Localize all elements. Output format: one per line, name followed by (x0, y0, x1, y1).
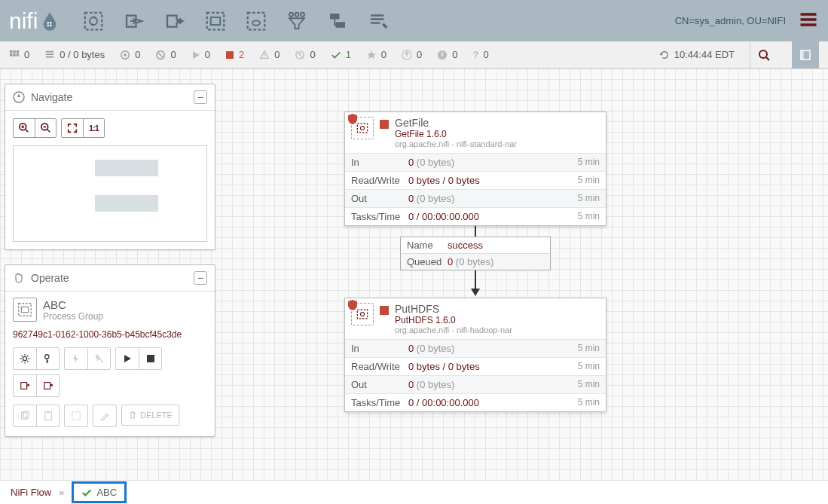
svg-rect-41 (47, 411, 50, 414)
svg-rect-13 (10, 50, 13, 53)
svg-rect-22 (226, 51, 234, 59)
svg-rect-2 (47, 24, 49, 26)
svg-point-34 (44, 355, 48, 359)
bulletin-board-button[interactable] (792, 41, 819, 69)
compass-icon (13, 91, 25, 103)
operate-collapse-button[interactable]: − (194, 271, 207, 285)
zoom-out-button[interactable] (35, 119, 56, 137)
svg-rect-6 (211, 17, 221, 25)
svg-rect-32 (21, 307, 28, 312)
svg-rect-15 (17, 50, 20, 53)
delete-button: DELETE (121, 405, 179, 426)
processor-icon (351, 117, 374, 139)
svg-rect-36 (21, 383, 27, 389)
svg-rect-12 (336, 22, 346, 28)
add-process-group-icon[interactable] (203, 9, 228, 33)
create-template-button[interactable] (14, 375, 36, 396)
processor-version: PutHDFS 1.6.0 (395, 315, 600, 325)
svg-point-9 (295, 12, 299, 16)
copy-button (14, 405, 36, 426)
arrow-head-icon (471, 289, 480, 296)
svg-rect-4 (85, 12, 102, 29)
operate-panel: Operate − ABC Process Group 962749c1-016… (5, 264, 215, 437)
status-locally-modified: 0 (366, 49, 387, 60)
svg-rect-37 (44, 383, 50, 389)
breadcrumb-current[interactable]: ABC (72, 481, 127, 503)
status-disabled: 0 (295, 49, 315, 60)
add-processor-icon[interactable] (81, 9, 105, 33)
current-user: CN=sys_admin, OU=NIFI (675, 15, 786, 26)
connection-line-2 (475, 269, 476, 289)
processor-nar: org.apache.nifi - nifi-hadoop-nar (395, 325, 600, 334)
search-button[interactable] (750, 41, 777, 69)
navigate-collapse-button[interactable]: − (194, 90, 207, 104)
svg-rect-31 (19, 304, 32, 316)
status-up-to-date: 1 (331, 49, 351, 60)
svg-rect-42 (72, 412, 81, 420)
svg-rect-18 (17, 53, 20, 57)
svg-rect-3 (50, 24, 51, 26)
processor-getfile[interactable]: GetFile GetFile 1.6.0 org.apache.nifi - … (344, 111, 606, 226)
status-not-transmitting: 0 (155, 49, 176, 60)
stopped-state-icon (380, 306, 389, 315)
operate-component-uuid: 962749c1-0162-1000-36b5-b45bcf45c3de (13, 329, 207, 340)
svg-point-8 (289, 12, 293, 16)
add-funnel-icon[interactable] (285, 9, 309, 33)
add-input-port-icon[interactable] (122, 9, 146, 33)
add-remote-group-icon[interactable] (244, 9, 268, 33)
svg-rect-0 (47, 22, 49, 23)
start-button[interactable] (116, 348, 139, 369)
check-icon (81, 487, 92, 498)
processor-puthdfs[interactable]: PutHDFS PutHDFS 1.6.0 org.apache.nifi - … (344, 298, 606, 412)
nifi-logo: nifi (9, 8, 60, 34)
processor-icon (351, 303, 374, 325)
svg-rect-14 (13, 50, 16, 53)
hand-icon (13, 272, 25, 284)
zoom-in-button[interactable] (14, 119, 35, 137)
status-refresh-time: 10:44:44 EDT (659, 49, 735, 60)
processor-version: GetFile 1.6.0 (395, 129, 600, 139)
zoom-fit-button[interactable] (62, 119, 83, 137)
status-bar: 0 0 / 0 bytes 0 0 0 2 0 0 1 0 0 0 ?0 10:… (0, 41, 828, 69)
status-bulletin: 0 (437, 49, 457, 60)
connection-box[interactable]: Namesuccess Queued0 (0 bytes) (400, 237, 551, 270)
svg-point-33 (23, 356, 26, 360)
status-stale: 0 (402, 49, 422, 60)
birdseye-viewport[interactable] (13, 145, 207, 242)
svg-point-10 (301, 12, 304, 16)
add-template-icon[interactable] (325, 9, 350, 33)
policies-button[interactable] (36, 348, 59, 369)
group-button (65, 405, 87, 426)
status-running: 0 (191, 49, 210, 60)
svg-rect-11 (330, 14, 340, 20)
status-transmitting: 0 (120, 49, 140, 60)
upload-template-button[interactable] (36, 375, 59, 396)
add-output-port-icon[interactable] (163, 9, 187, 33)
svg-rect-5 (207, 12, 225, 29)
svg-rect-44 (357, 310, 367, 319)
navigate-panel: Navigate − 1:1 (5, 84, 215, 250)
svg-point-20 (124, 53, 127, 57)
paste-button (36, 405, 59, 426)
stopped-state-icon (380, 120, 389, 129)
status-threads: 0 (9, 49, 29, 60)
color-button (93, 405, 116, 426)
global-menu-button[interactable] (798, 9, 819, 32)
stop-button[interactable] (139, 348, 161, 369)
svg-rect-27 (801, 50, 804, 60)
shield-icon (348, 300, 357, 310)
flow-canvas[interactable]: Navigate − 1:1 Operate − (0, 69, 828, 480)
status-queue: 0 / 0 bytes (44, 49, 105, 60)
processor-name: PutHDFS (395, 303, 600, 315)
add-label-icon[interactable] (366, 9, 390, 33)
processor-nar: org.apache.nifi - nifi-standard-nar (395, 139, 600, 148)
disable-button (87, 348, 110, 369)
breadcrumb-root-link[interactable]: NiFi Flow (11, 487, 51, 498)
component-toolbar (81, 9, 390, 33)
zoom-actual-button[interactable]: 1:1 (83, 119, 104, 137)
svg-rect-35 (147, 355, 154, 362)
svg-point-25 (759, 50, 767, 58)
configure-button[interactable] (14, 348, 36, 369)
trash-icon (128, 411, 137, 420)
status-unknown: ?0 (473, 49, 489, 60)
